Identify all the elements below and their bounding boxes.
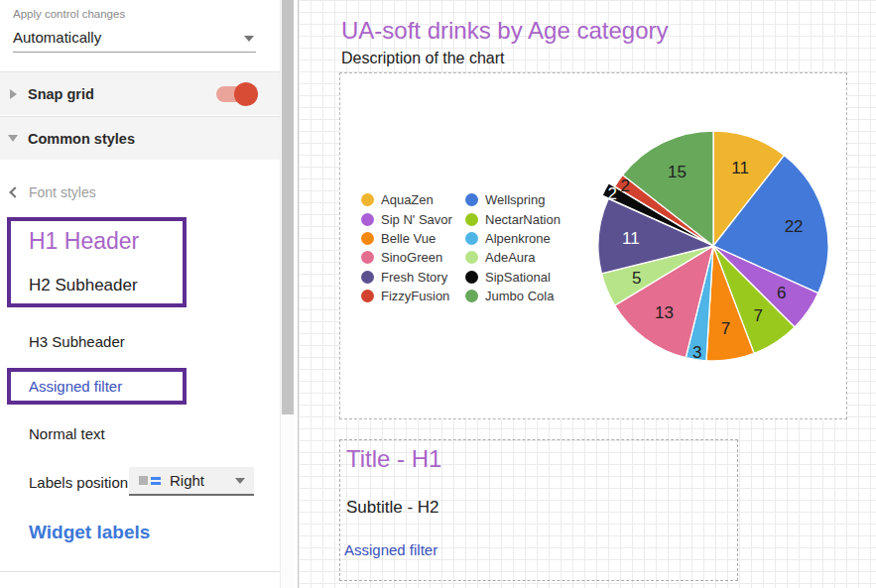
legend-color-chip [465,232,478,245]
legend-color-chip [361,193,374,206]
legend-color-chip [465,290,478,302]
legend-label: Fresh Story [381,270,447,285]
legend-label: Alpenkrone [485,231,551,246]
legend-label: Jumbo Cola [485,289,554,303]
legend-label: FizzyFusion [381,289,449,303]
h2-subheader-sample: H2 Subheader [29,276,138,295]
toggle-knob [234,82,258,106]
sidebar-scrollbar-thumb[interactable] [282,0,294,414]
pie-slice-value: 5 [632,269,641,288]
expanded-triangle-icon [8,135,18,142]
legend-item[interactable]: Belle Vue [361,229,452,248]
legend-color-chip [361,213,374,226]
legend-color-chip [361,290,374,302]
font-styles-label: Font styles [29,184,96,200]
pie-slice-value: 13 [655,303,674,322]
assigned-filter-sample: Assigned filter [29,378,122,395]
legend-color-chip [465,251,478,264]
text-block-assigned-filter: Assigned filter [344,541,438,558]
style-settings-sidebar: Apply control changes Automatically Snap… [0,0,298,588]
pie-slice-value: 7 [721,319,730,338]
labels-position-label: Labels position [29,474,128,491]
dropdown-arrow-icon [235,478,245,484]
legend-item[interactable]: NectarNation [465,209,561,228]
sidebar-scrollbar-track[interactable] [280,0,294,588]
legend-label: AquaZen [381,192,434,207]
apply-control-changes-select[interactable]: Automatically [13,27,256,53]
legend-item[interactable]: Jumbo Cola [465,287,561,305]
text-block-title: Title - H1 [346,445,441,473]
h3-subheader-sample: H3 Subheader [29,333,125,350]
legend-label: SinoGreen [381,250,442,265]
legend-item[interactable]: Fresh Story [361,268,452,287]
dropdown-arrow-icon [244,36,254,42]
legend-label: Belle Vue [381,231,436,246]
legend-color-chip [361,271,374,284]
text-block-subtitle: Subtitle - H2 [346,498,439,518]
normal-text-sample: Normal text [29,425,105,442]
legend-item[interactable]: AdeAura [465,248,561,267]
snap-grid-label: Snap grid [28,86,94,102]
pie-slice-value: 11 [622,229,640,248]
apply-control-changes-label: Apply control changes [13,8,125,20]
annotation-box-assigned-filter: Assigned filter [7,368,187,405]
pie-slice-value: 15 [668,163,687,181]
legend-label: Sip N' Savor [381,212,452,227]
legend-item[interactable]: SipSational [465,268,561,287]
pie-chart-widget[interactable]: AquaZenSip N' SavorBelle VueSinoGreenFre… [339,72,847,419]
pie-slice-value: 3 [692,343,701,362]
report-canvas[interactable]: UA-soft drinks by Age category Descripti… [298,0,876,588]
legend-item[interactable]: Wellspring [465,190,561,209]
common-styles-section-row[interactable]: Common styles [0,116,281,160]
labels-position-select[interactable]: Right [129,467,254,496]
pie-slice-value: 2 [608,184,617,203]
legend-item[interactable]: Alpenkrone [465,229,561,248]
common-styles-label: Common styles [28,131,135,147]
snap-grid-toggle[interactable] [216,86,253,102]
legend-color-chip [465,193,478,206]
collapsed-triangle-icon [10,89,17,99]
annotation-box-headers: H1 Header H2 Subheader [7,217,187,307]
legend-column-1: AquaZenSip N' SavorBelle VueSinoGreenFre… [361,190,452,305]
pie-slice-value: 2 [620,176,629,195]
font-styles-back-button[interactable]: Font styles [11,184,96,200]
apply-control-changes-value: Automatically [13,29,101,46]
legend-item[interactable]: AquaZen [361,190,452,209]
snap-grid-section-row[interactable]: Snap grid [0,71,281,115]
legend-color-chip [465,271,478,284]
legend-label: SipSational [485,270,551,285]
legend-right-icon [139,476,161,485]
legend-item[interactable]: Sip N' Savor [361,209,452,228]
text-block-widget[interactable]: Title - H1 Subtitle - H2 Assigned filter [339,439,738,581]
sidebar-section-divider [0,571,281,572]
pie-slice-value: 7 [754,306,763,325]
chart-description: Description of the chart [341,50,505,67]
pie-slice-value: 11 [731,159,749,177]
legend-column-2: WellspringNectarNationAlpenkroneAdeAuraS… [465,190,561,305]
chart-title: UA-soft drinks by Age category [341,17,668,45]
legend-label: NectarNation [485,212,561,227]
chevron-left-icon [9,186,20,197]
legend-color-chip [465,213,478,226]
legend-color-chip [361,251,374,264]
legend-color-chip [361,232,374,245]
pie-chart[interactable]: 11226773135112215 [584,117,842,375]
pie-slice-value: 6 [777,284,786,302]
widget-labels-heading: Widget labels [29,522,150,543]
labels-position-value: Right [170,472,204,489]
pie-slice-value: 22 [785,217,804,236]
legend-item[interactable]: FizzyFusion [361,287,452,305]
h1-header-sample: H1 Header [29,228,139,255]
legend-label: Wellspring [485,192,545,207]
legend-label: AdeAura [485,250,536,265]
legend-item[interactable]: SinoGreen [361,248,452,267]
